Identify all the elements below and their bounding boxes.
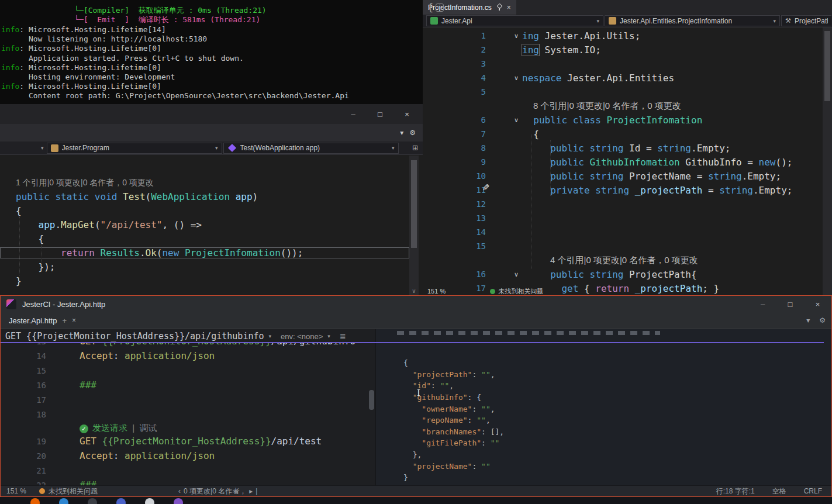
chevron-down-icon[interactable]: ▾: [806, 316, 810, 325]
code-text: info: Microsoft.Hosting.Lifetime[14]: [1, 25, 423, 34]
code-text: }: [403, 473, 831, 482]
response-viewer[interactable]: { "projectPath": "", "id": "", "githubIn…: [376, 329, 831, 485]
bar-icon: |: [256, 487, 257, 495]
chevron-right-icon[interactable]: ▸: [249, 487, 253, 495]
token: [403, 393, 413, 402]
changes-widget[interactable]: ‹ 0 项更改|0 名作者， ▸ |: [178, 486, 257, 496]
token: ; }: [702, 283, 719, 294]
token: : {: [468, 393, 481, 402]
env-selector[interactable]: env: <none>: [281, 332, 323, 341]
new-tab-icon[interactable]: +: [62, 316, 67, 325]
desktop-screen: └─[Compiler] 获取编译单元 : 0ms (Thread:21) └─…: [0, 0, 832, 504]
gear-icon[interactable]: ⚙: [409, 129, 416, 137]
fold-icon[interactable]: ∨: [488, 32, 522, 40]
fold-icon[interactable]: ∨: [488, 271, 522, 278]
codelens-row[interactable]: 1 个引用|0 项更改|0 名作者，0 项更改: [0, 175, 409, 189]
code-line: 5: [423, 85, 823, 99]
document-badge-icon[interactable]: [436, 4, 444, 12]
split-editor-icon[interactable]: ⊞: [412, 144, 418, 152]
code-editor[interactable]: 1∨ing Jester.Api.Utils;2ing System.IO;34…: [423, 27, 823, 295]
scrollbar[interactable]: ∨: [409, 156, 419, 295]
token: info: [1, 82, 19, 91]
line-number: 15: [1, 366, 47, 375]
window-title: JesterCI - Jester.Api.http: [22, 300, 105, 309]
token: System.IO;: [539, 44, 601, 56]
chevron-down-icon[interactable]: ▾: [400, 129, 403, 137]
indent-type[interactable]: 空格: [772, 486, 786, 496]
zoom-level[interactable]: 151 %: [6, 487, 26, 495]
token: }: [403, 473, 408, 482]
studio-icon[interactable]: [88, 498, 97, 504]
codelens-row[interactable]: 4 个引用|0 项更改|0 名作者，0 项更改: [423, 253, 823, 267]
fold-icon[interactable]: ∨: [488, 116, 522, 124]
code-line: "id": "",: [403, 380, 831, 392]
run-request-icon[interactable]: ✓: [80, 424, 88, 433]
zoom-level[interactable]: 151 %: [425, 287, 448, 295]
gear-icon[interactable]: ⚙: [819, 316, 826, 325]
token: .: [55, 219, 61, 230]
terminal-console[interactable]: └─[Compiler] 获取编译单元 : 0ms (Thread:21) └─…: [0, 0, 423, 104]
firefox-icon[interactable]: [30, 498, 40, 504]
chevron-left-icon[interactable]: ‹: [178, 487, 181, 495]
line-ending[interactable]: CRLF: [804, 487, 822, 495]
brace-badge: {: [427, 2, 444, 13]
inlay-row[interactable]: ✓发送请求 | 调试: [1, 422, 367, 434]
code-line: {: [0, 232, 409, 246]
token: GithubInfo =: [680, 157, 759, 168]
chevron-down-icon[interactable]: ▾: [269, 333, 272, 339]
chevron-down-icon[interactable]: ▾: [327, 333, 330, 339]
caret-position[interactable]: 行:18 字符:1: [716, 486, 755, 496]
debug-link[interactable]: 调试: [140, 423, 157, 433]
document-health[interactable]: 未找到相关问题: [488, 287, 546, 295]
tab-jester-api-http[interactable]: Jester.Api.http + ×: [5, 312, 80, 329]
token: get: [561, 283, 578, 294]
titlebar[interactable]: JesterCI - Jester.Api.http – □ ×: [1, 296, 831, 312]
close-icon[interactable]: ×: [507, 4, 511, 12]
token: :: [472, 405, 481, 413]
project-dropdown[interactable]: Jester.Api ▾: [426, 15, 603, 26]
token: Results: [101, 247, 140, 258]
taskbar[interactable]: [0, 497, 832, 504]
codelens-row[interactable]: 8 个引用|0 项更改|0 名作者，0 项更改: [423, 99, 823, 113]
code-editor[interactable]: 1 个引用|0 项更改|0 名作者，0 项更改public static voi…: [0, 156, 409, 295]
member-dropdown-label: ProjectPath: [795, 17, 828, 25]
pin-icon[interactable]: [496, 4, 502, 11]
minimize-button[interactable]: –: [340, 104, 367, 124]
code-line: "projectName": "": [403, 460, 831, 472]
chevron-down-icon[interactable]: ▾: [41, 145, 44, 151]
chevron-down-icon: ▾: [215, 145, 218, 151]
csharp-project-icon: [430, 17, 438, 25]
fold-icon[interactable]: ∨: [488, 74, 522, 82]
close-button[interactable]: ×: [804, 296, 831, 312]
close-button[interactable]: ×: [393, 104, 420, 124]
send-request-link[interactable]: 发送请求: [92, 423, 127, 433]
maximize-button[interactable]: □: [776, 296, 804, 312]
file-explorer-icon[interactable]: [145, 498, 154, 504]
scroll-down-icon[interactable]: ∨: [409, 288, 419, 294]
teams-icon[interactable]: [116, 498, 126, 504]
scrollbar-thumb[interactable]: [369, 390, 374, 410]
maximize-button[interactable]: □: [367, 104, 393, 124]
scrollbar-thumb[interactable]: [411, 160, 417, 248]
member-dropdown[interactable]: Test(WebApplication app) ▾: [223, 143, 399, 154]
http-editor[interactable]: 13GET {{ProjectMonitor_HostAddress}}/api…: [1, 343, 367, 485]
type-dropdown[interactable]: Jester.Api.Entities.ProjectInfomation ▾: [605, 15, 780, 26]
code-text: "githubInfo": {: [403, 393, 831, 402]
member-dropdown[interactable]: ⚒ ProjectPath: [781, 15, 831, 26]
scrollbar[interactable]: [823, 27, 832, 295]
problems-label[interactable]: 未找到相关问题: [49, 486, 98, 496]
token: "ownerName": [422, 405, 472, 413]
debug-link[interactable]: |: [127, 423, 140, 433]
code-text: Accept: application/json: [80, 350, 367, 361]
token: ): [253, 191, 258, 202]
minimize-button[interactable]: –: [749, 296, 776, 312]
purple-app-icon[interactable]: [174, 498, 183, 504]
code-line: });: [0, 260, 409, 274]
scrollbar-thumb[interactable]: [824, 31, 830, 101]
request-selector[interactable]: GET {{ProjectMonitor_HostAddress}}/api/g…: [5, 331, 264, 341]
close-icon[interactable]: ×: [72, 316, 76, 325]
chevron-down-icon: ▾: [392, 145, 395, 151]
edge-icon[interactable]: [59, 498, 68, 504]
type-dropdown[interactable]: Jester.Program ▾: [47, 143, 222, 154]
menu-icon[interactable]: ≣: [340, 332, 346, 341]
